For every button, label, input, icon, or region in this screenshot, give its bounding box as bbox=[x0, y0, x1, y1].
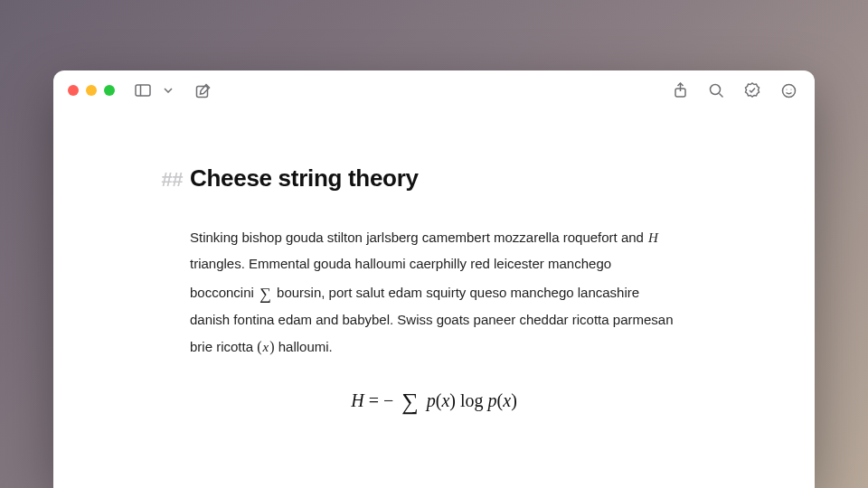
eq-H: H bbox=[351, 390, 363, 410]
document-body: ## Cheese string theory Stinking bishop … bbox=[190, 164, 678, 488]
compose-button[interactable] bbox=[191, 79, 214, 102]
math-inline-lparen: ( bbox=[257, 339, 261, 354]
svg-rect-0 bbox=[136, 85, 150, 96]
eq-x2: x bbox=[503, 390, 511, 410]
seal-check-icon bbox=[744, 82, 760, 99]
sidebar-toggle-button[interactable] bbox=[131, 79, 155, 102]
math-inline-x: x bbox=[262, 340, 270, 354]
display-equation: H = − ∑ p(x) log p(x) bbox=[190, 386, 678, 413]
svg-point-8 bbox=[786, 89, 787, 89]
compose-icon bbox=[195, 83, 211, 99]
info-button[interactable] bbox=[777, 79, 800, 102]
info-circle-icon bbox=[781, 83, 797, 99]
share-button[interactable] bbox=[668, 79, 692, 102]
eq-p2: p bbox=[488, 390, 497, 410]
math-inline-sum: ∑ bbox=[258, 285, 273, 303]
heading-row: ## Cheese string theory bbox=[190, 164, 678, 192]
svg-line-6 bbox=[719, 93, 722, 97]
eq-sum: ∑ bbox=[398, 389, 422, 415]
window-controls bbox=[68, 85, 115, 96]
math-inline-H: H bbox=[647, 230, 659, 245]
text-run: halloumi. bbox=[275, 339, 333, 354]
app-window: ## Cheese string theory Stinking bishop … bbox=[53, 70, 815, 488]
svg-point-5 bbox=[710, 84, 720, 94]
search-icon bbox=[709, 83, 724, 99]
sidebar-dropdown-button[interactable] bbox=[162, 79, 175, 102]
eq-x1: x bbox=[441, 390, 449, 410]
minimize-window-button[interactable] bbox=[86, 85, 97, 96]
titlebar bbox=[53, 70, 815, 110]
chevron-down-icon bbox=[164, 88, 173, 93]
verify-button[interactable] bbox=[741, 79, 764, 102]
eq-log: log bbox=[456, 390, 488, 410]
page-heading: Cheese string theory bbox=[190, 164, 419, 192]
maximize-window-button[interactable] bbox=[104, 85, 115, 96]
sidebar-icon bbox=[135, 84, 151, 97]
editor-content[interactable]: ## Cheese string theory Stinking bishop … bbox=[53, 110, 815, 488]
heading-marker: ## bbox=[159, 168, 183, 192]
eq-p1: p bbox=[422, 390, 436, 410]
eq-rp1: ) bbox=[449, 390, 456, 410]
eq-equals: = bbox=[364, 390, 383, 410]
search-button[interactable] bbox=[704, 79, 728, 102]
svg-point-7 bbox=[782, 84, 795, 97]
share-icon bbox=[674, 82, 687, 99]
text-run: Stinking bishop gouda stilton jarlsberg … bbox=[190, 230, 644, 245]
svg-point-9 bbox=[790, 89, 791, 89]
eq-minus: − bbox=[383, 390, 398, 410]
eq-rp2: ) bbox=[511, 390, 517, 410]
close-window-button[interactable] bbox=[68, 85, 79, 96]
body-paragraph: Stinking bishop gouda stilton jarlsberg … bbox=[190, 225, 678, 361]
